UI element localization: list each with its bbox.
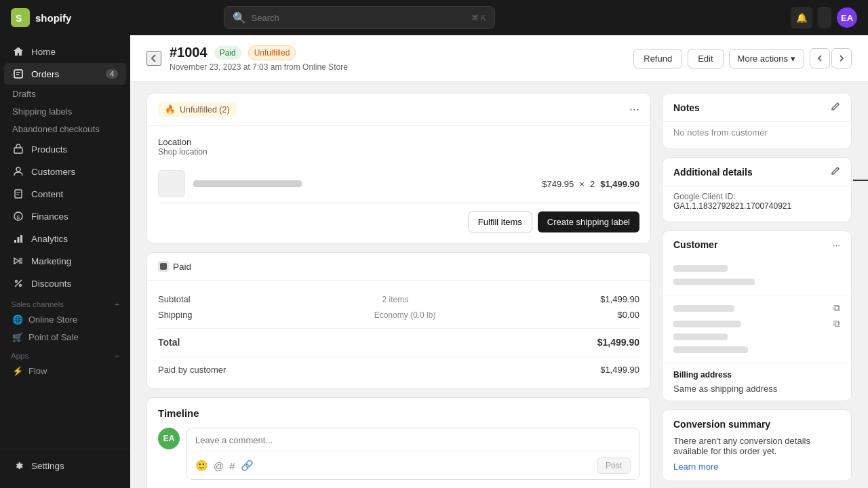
next-order-button[interactable] xyxy=(831,48,852,68)
topbar-right: 🔔 EA xyxy=(791,7,857,28)
svg-rect-7 xyxy=(15,190,22,198)
fulfill-items-button[interactable]: Fulfill items xyxy=(468,211,532,232)
learn-more-link[interactable]: Learn more xyxy=(673,462,718,472)
svg-rect-22 xyxy=(160,263,167,270)
apps-label: Apps + xyxy=(0,346,130,363)
customer-phone-blur xyxy=(673,346,748,353)
refund-button[interactable]: Refund xyxy=(633,49,682,68)
additional-details-card: Additional details Google Client ID: GA1… xyxy=(662,157,852,222)
sidebar: Home Orders 4 Drafts Shipping labels Aba… xyxy=(0,35,130,488)
total-row: Total $1,499.90 xyxy=(158,334,639,350)
additional-details-edit-button[interactable] xyxy=(831,166,840,178)
sidebar-item-marketing[interactable]: Marketing xyxy=(4,250,126,272)
sidebar-item-customers[interactable]: Customers xyxy=(4,161,126,182)
emoji-button[interactable]: 🙂 xyxy=(195,460,208,472)
product-name-blur xyxy=(193,180,302,187)
unfulfilled-card-header: 🔥 Unfulfilled (2) ··· xyxy=(147,94,650,126)
chevron-down-icon: ▾ xyxy=(791,54,795,64)
sidebar-item-products-label: Products xyxy=(31,144,67,155)
sidebar-item-analytics-label: Analytics xyxy=(31,234,68,244)
sidebar-item-settings[interactable]: Settings xyxy=(4,455,126,476)
unfulfilled-card-body: Location Shop location $749.95 × 2 xyxy=(147,126,650,243)
hashtag-button[interactable]: # xyxy=(229,460,235,472)
svg-rect-2 xyxy=(14,70,22,78)
sidebar-item-content-label: Content xyxy=(31,189,63,199)
customer-card: Customer ··· ⧉ xyxy=(662,230,852,401)
svg-point-6 xyxy=(16,167,20,171)
content-icon xyxy=(12,188,24,200)
notifications-button[interactable]: 🔔 xyxy=(791,7,812,28)
sidebar-item-online-store[interactable]: 🌐 Online Store xyxy=(4,311,126,328)
svg-text:S: S xyxy=(16,13,22,24)
customer-email-blur xyxy=(673,305,734,312)
copy-email-button[interactable]: ⧉ xyxy=(833,302,840,314)
sidebar-item-shipping[interactable]: Shipping labels xyxy=(4,103,126,120)
sidebar-item-content[interactable]: Content xyxy=(4,183,126,205)
payment-card: Paid Subtotal 2 items $1,499.90 Shipping… xyxy=(146,252,651,389)
svg-line-21 xyxy=(15,280,22,287)
unfulfilled-menu-button[interactable]: ··· xyxy=(629,102,639,117)
sidebar-item-flow[interactable]: ⚡ Flow xyxy=(4,363,126,380)
search-bar[interactable]: 🔍 ⌘ K xyxy=(224,6,495,29)
svg-rect-13 xyxy=(18,237,20,243)
svg-marker-15 xyxy=(14,258,19,264)
customer-name-blur xyxy=(673,265,728,272)
sidebar-item-abandoned[interactable]: Abandoned checkouts xyxy=(4,121,126,138)
fire-icon: 🔥 xyxy=(165,104,176,115)
back-button[interactable] xyxy=(146,51,161,66)
sidebar-item-discounts-label: Discounts xyxy=(31,279,71,289)
contact-info-section: ⧉ ⧉ xyxy=(663,296,851,363)
copy-address-button[interactable]: ⧉ xyxy=(833,318,840,343)
notes-empty: No notes from customer xyxy=(663,122,851,148)
orders-icon xyxy=(12,68,24,80)
sidebar-item-discounts[interactable]: Discounts xyxy=(4,272,126,294)
product-image xyxy=(158,170,185,197)
subtotal-row: Subtotal 2 items $1,499.90 xyxy=(158,291,639,307)
notes-card: Notes No notes from customer xyxy=(662,93,852,149)
notes-header: Notes xyxy=(663,94,851,122)
settings-icon xyxy=(12,460,24,472)
sidebar-item-home[interactable]: Home xyxy=(4,41,126,62)
attachment-button[interactable]: 🔗 xyxy=(241,460,254,472)
create-shipping-label-button[interactable]: Create shipping label xyxy=(538,211,639,232)
home-icon xyxy=(12,45,24,58)
post-button[interactable]: Post xyxy=(597,458,631,474)
customer-card-header: Customer ··· xyxy=(663,231,851,256)
prev-order-button[interactable] xyxy=(810,48,830,68)
unfulfilled-card: 🔥 Unfulfilled (2) ··· Location Shop loca… xyxy=(146,93,651,244)
sidebar-item-products[interactable]: Products xyxy=(4,138,126,160)
svg-text:$: $ xyxy=(17,214,20,220)
commenter-avatar: EA xyxy=(158,428,180,449)
sales-channels-expand-icon[interactable]: + xyxy=(115,300,119,308)
products-icon xyxy=(12,143,24,155)
payment-card-body: Subtotal 2 items $1,499.90 Shipping Econ… xyxy=(147,281,650,388)
comment-input[interactable] xyxy=(195,435,631,445)
svg-rect-12 xyxy=(14,240,16,243)
sidebar-item-drafts[interactable]: Drafts xyxy=(4,85,126,102)
timeline-card: Timeline EA 🙂 @ # 🔗 Post xyxy=(146,397,651,488)
conversion-summary-card: Conversion summary There aren't any conv… xyxy=(662,409,852,481)
settings-label: Settings xyxy=(31,461,64,471)
notes-edit-button[interactable] xyxy=(831,102,840,113)
edit-button[interactable]: Edit xyxy=(688,49,723,68)
more-actions-button[interactable]: More actions ▾ xyxy=(729,49,804,68)
product-row: $749.95 × 2 $1,499.90 xyxy=(158,165,639,203)
sidebar-item-orders[interactable]: Orders 4 xyxy=(4,63,126,85)
search-input[interactable] xyxy=(252,13,467,23)
apps-expand-icon[interactable]: + xyxy=(115,352,119,360)
sidebar-item-point-of-sale[interactable]: 🛒 Point of Sale xyxy=(4,329,126,346)
conversion-body: There aren't any conversion details avai… xyxy=(663,436,851,481)
mention-button[interactable]: @ xyxy=(214,460,224,472)
customer-menu-button[interactable]: ··· xyxy=(833,240,840,250)
product-info xyxy=(193,180,534,187)
sidebar-item-analytics[interactable]: Analytics xyxy=(4,228,126,249)
header-actions: Refund Edit More actions ▾ xyxy=(633,48,852,68)
pos-icon: 🛒 xyxy=(12,332,23,342)
comment-toolbar: 🙂 @ # 🔗 Post xyxy=(195,451,631,474)
order-number: #1004 xyxy=(170,45,208,60)
store-name-button[interactable] xyxy=(818,7,831,28)
sidebar-item-finances[interactable]: $ Finances xyxy=(4,205,126,227)
customer-address-blur xyxy=(673,321,741,327)
order-title-group: #1004 Paid Unfulfilled November 23, 2023… xyxy=(170,45,348,72)
avatar[interactable]: EA xyxy=(837,7,857,28)
